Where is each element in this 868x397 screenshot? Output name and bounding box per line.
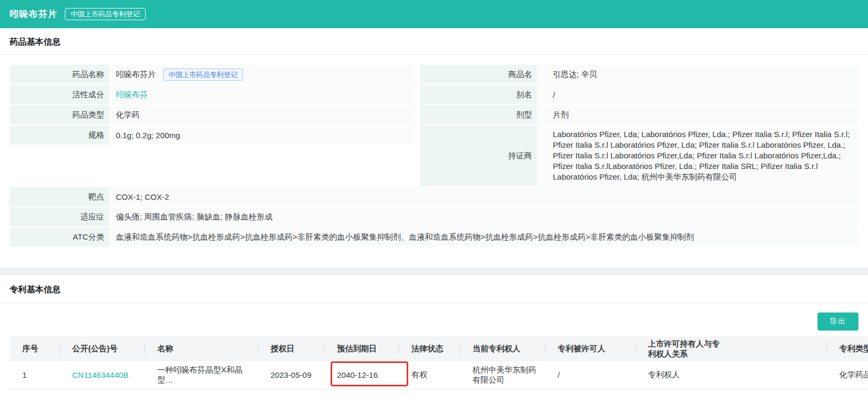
cell-estimated-expiry: 2040-12-16 bbox=[324, 360, 399, 390]
patent-info-card: 专利基本信息 导出 序号 公开(公告)号 名称 授权日 预估到期日 法律状态 当… bbox=[0, 275, 868, 397]
drug-type-row: 药品类型 化学药 bbox=[10, 105, 415, 124]
col-header-publication-number: 公开(公告)号 bbox=[60, 336, 145, 360]
drug-name-value: 吲哚布芬片 bbox=[116, 70, 156, 80]
patent-registration-tag[interactable]: 中国上市药品专利登记 bbox=[163, 69, 243, 81]
cell-patent-number: CN114634440B bbox=[60, 360, 145, 390]
info-value: 化学药 bbox=[109, 105, 415, 124]
cell-legal-status: 有权 bbox=[399, 360, 460, 390]
info-label: 适应症 bbox=[10, 207, 109, 226]
info-label: 规格 bbox=[10, 125, 109, 145]
info-label: 商品名 bbox=[420, 65, 537, 84]
info-value: COX-1; COX-2 bbox=[109, 187, 858, 206]
info-label: 持证商 bbox=[420, 125, 537, 186]
cell-grant-date: 2023-05-09 bbox=[258, 360, 324, 390]
alias-row: 别名 / bbox=[420, 85, 858, 104]
license-holder-text: Laboratórios Pfizer, Lda; Laboratórios P… bbox=[553, 130, 850, 181]
info-label: 靶点 bbox=[10, 187, 109, 206]
info-label: 药品类型 bbox=[10, 105, 109, 124]
info-label: 别名 bbox=[420, 85, 537, 104]
section-divider bbox=[0, 54, 868, 55]
indication-row: 适应症 偏头痛; 周围血管疾病; 脑缺血; 静脉血栓形成 bbox=[10, 207, 858, 226]
info-value: 血液和造血系统药物>抗血栓形成药>抗血栓形成药>非肝素类的血小板聚集抑制剂、血液… bbox=[109, 227, 858, 247]
specification-row: 规格 0.1g; 0.2g; 200mg bbox=[10, 125, 415, 145]
active-ingredient-row: 活性成分 吲哚布芬 bbox=[10, 85, 415, 104]
patent-table: 序号 公开(公告)号 名称 授权日 预估到期日 法律状态 当前专利权人 专利被许… bbox=[10, 336, 868, 390]
col-header-current-patentee: 当前专利权人 bbox=[460, 336, 545, 360]
info-value: 吲哚布芬 bbox=[109, 85, 415, 104]
info-label: ATC分类 bbox=[10, 227, 109, 247]
drug-info-left-column: 药品名称 吲哚布芬片 中国上市药品专利登记 活性成分 吲哚布芬 药品类型 化学药 bbox=[10, 65, 415, 146]
info-value: 片剂 bbox=[537, 105, 858, 124]
col-header-estimated-expiry: 预估到期日 bbox=[324, 336, 399, 360]
patent-table-header: 序号 公开(公告)号 名称 授权日 预估到期日 法律状态 当前专利权人 专利被许… bbox=[10, 336, 868, 360]
cell-patent-type: 化学药品 bbox=[827, 360, 868, 390]
info-value: 0.1g; 0.2g; 200mg bbox=[109, 125, 415, 145]
drug-info-right-column: 商品名 引思达; 辛贝 别名 / 剂型 片剂 持证商 Laboratórios … bbox=[420, 65, 858, 187]
app-header: 吲哚布芬片 中国上市药品专利登记 bbox=[0, 0, 868, 28]
info-value: Laboratórios Pfizer, Lda; Laboratórios P… bbox=[537, 125, 858, 186]
col-header-patent-type: 专利类型 bbox=[827, 336, 868, 360]
info-label: 活性成分 bbox=[10, 85, 109, 104]
table-row: 1 CN114634440B 一种吲哚布芬晶型X和晶型… 2023-05-09 … bbox=[10, 360, 868, 390]
drug-info-card: 药品基本信息 药品名称 吲哚布芬片 中国上市药品专利登记 活性成分 吲哚布芬 bbox=[0, 28, 868, 267]
cell-patentee: 杭州中美华东制药有限公司 bbox=[460, 360, 545, 390]
drug-name-row: 药品名称 吲哚布芬片 中国上市药品专利登记 bbox=[10, 65, 415, 84]
info-value: 引思达; 辛贝 bbox=[537, 65, 858, 84]
active-ingredient-link[interactable]: 吲哚布芬 bbox=[116, 90, 148, 100]
section-divider bbox=[0, 303, 868, 303]
target-row: 靶点 COX-1; COX-2 bbox=[10, 187, 858, 206]
col-header-legal-status: 法律状态 bbox=[399, 336, 460, 360]
drug-info-full-rows: 靶点 COX-1; COX-2 适应症 偏头痛; 周围血管疾病; 脑缺血; 静脉… bbox=[10, 187, 858, 247]
info-value: 吲哚布芬片 中国上市药品专利登记 bbox=[109, 65, 415, 84]
info-value: / bbox=[537, 85, 858, 104]
info-label: 药品名称 bbox=[10, 65, 109, 84]
col-header-holder-patentee-relation: 上市许可持有人与专利权人关系 bbox=[635, 336, 827, 360]
dosage-form-row: 剂型 片剂 bbox=[420, 105, 858, 124]
atc-classification-row: ATC分类 血液和造血系统药物>抗血栓形成药>抗血栓形成药>非肝素类的血小板聚集… bbox=[10, 227, 858, 247]
section-gap bbox=[0, 267, 868, 275]
cell-holder-relation: 专利权人 bbox=[635, 360, 827, 390]
cell-name: 一种吲哚布芬晶型X和晶型… bbox=[145, 360, 258, 390]
page-title: 吲哚布芬片 bbox=[10, 8, 57, 20]
col-header-index: 序号 bbox=[10, 336, 60, 360]
col-header-licensee: 专利被许可人 bbox=[545, 336, 635, 360]
cell-licensee: / bbox=[545, 360, 635, 390]
info-label: 剂型 bbox=[420, 105, 537, 124]
registration-badge: 中国上市药品专利登记 bbox=[65, 8, 146, 20]
license-holder-row: 持证商 Laboratórios Pfizer, Lda; Laboratóri… bbox=[420, 125, 858, 186]
section-title-patent-info: 专利基本信息 bbox=[10, 275, 858, 295]
export-button[interactable]: 导出 bbox=[818, 312, 858, 331]
col-header-grant-date: 授权日 bbox=[258, 336, 324, 360]
cell-index: 1 bbox=[10, 360, 60, 390]
trade-name-row: 商品名 引思达; 辛贝 bbox=[420, 65, 858, 84]
patent-number-link[interactable]: CN114634440B bbox=[72, 370, 129, 379]
info-value: 偏头痛; 周围血管疾病; 脑缺血; 静脉血栓形成 bbox=[109, 207, 858, 226]
col-header-name: 名称 bbox=[145, 336, 258, 360]
section-title-drug-info: 药品基本信息 bbox=[10, 28, 858, 48]
